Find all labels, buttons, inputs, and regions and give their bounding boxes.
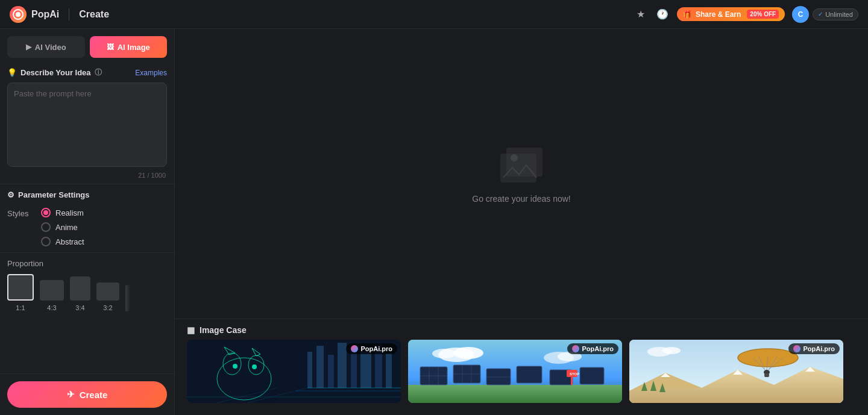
case-card-1[interactable]: PopAi.pro [187,340,401,403]
logo-icon [10,6,27,23]
popai-dot-2 [572,345,579,352]
svg-rect-11 [360,352,371,388]
popai-watermark-1: PopAi.pro [346,343,397,354]
empty-message: Go create your ideas now! [472,194,570,204]
reward-badge[interactable]: 🎁 Share & Earn 20% OFF [677,7,785,21]
svg-text:STOP: STOP [570,372,579,376]
create-button[interactable]: ✈ Create [7,381,167,408]
reward-label: Share & Earn [696,10,741,19]
proportion-label: Proportion [7,259,167,268]
idea-icon: 💡 [7,68,17,77]
watermark-text-1: PopAi.pro [360,345,392,352]
logo-divider [69,8,69,20]
logo-area: PopAi Create [10,6,109,23]
param-title: Parameter Settings [18,190,90,199]
svg-rect-41 [486,369,511,385]
unlimited-badge: ✓ Unlimited [813,8,858,20]
create-icon: ✈ [67,389,75,400]
canvas-area: Go create your ideas now! [175,29,868,319]
radio-anime [41,222,51,232]
avatar: C [792,6,809,23]
param-settings-header: ⚙ Parameter Settings [0,184,174,204]
proportion-section: Proportion 1:1 4:3 3:4 3:2 [0,253,174,317]
svg-point-21 [233,364,237,369]
describe-section: 💡 Describe Your Idea ⓘ Examples 21 / 100… [0,63,174,184]
prompt-textarea[interactable] [7,83,167,167]
gift-icon: 🎁 [683,10,692,19]
tab-video-label: AI Video [35,43,66,52]
proportion-more-indicator [125,285,130,311]
svg-point-1 [16,12,20,17]
proportion-3-2[interactable]: 3:2 [96,282,119,311]
tab-ai-image[interactable]: 🖼 AI Image [90,36,168,58]
svg-point-28 [453,347,483,359]
style-anime-label: Anime [55,223,78,232]
svg-rect-45 [580,367,604,384]
proportion-label-3-2: 3:2 [103,304,112,311]
svg-rect-9 [338,343,347,388]
proportion-box-3-2 [96,282,119,301]
proportion-box-3-4 [70,276,90,301]
watermark-text-2: PopAi.pro [582,345,614,352]
style-option-abstract[interactable]: Abstract [41,237,84,246]
proportion-label-1-1: 1:1 [16,304,25,311]
check-icon: ✓ [818,11,823,17]
svg-rect-10 [351,349,357,388]
param-icon: ⚙ [7,190,14,199]
case-card-3[interactable]: PopAi.pro [629,340,843,403]
main-layout: ▶ AI Video 🖼 AI Image 💡 Describe Your Id… [0,29,868,415]
empty-image-icon [497,145,546,187]
watermark-text-3: PopAi.pro [803,345,835,352]
style-option-anime[interactable]: Anime [41,222,84,232]
history-icon[interactable]: 🕐 [655,7,670,22]
star-icon[interactable]: ★ [634,7,648,22]
popai-dot-1 [351,345,358,352]
logo-text: PopAi [31,9,59,20]
svg-rect-7 [316,346,324,388]
create-label: Create [80,390,108,400]
top-header: PopAi Create ★ 🕐 🎁 Share & Earn 20% OFF … [0,0,868,29]
styles-options: Realism Anime Abstract [41,208,84,246]
styles-section: Styles Realism Anime Abstract [0,204,174,253]
logo-create: Create [79,9,109,20]
main-content: Go create your ideas now! ▦ Image Case [175,29,868,415]
styles-row: Styles Realism Anime Abstract [7,208,167,246]
proportion-4-3[interactable]: 4:3 [40,280,64,311]
svg-point-29 [432,349,456,358]
image-case-header: ▦ Image Case [175,319,868,340]
examples-link[interactable]: Examples [135,69,167,77]
svg-rect-8 [328,355,334,388]
proportion-3-4[interactable]: 3:4 [70,276,90,311]
svg-rect-6 [307,352,312,388]
image-case-section: ▦ Image Case [175,319,868,415]
char-count: 21 / 1000 [7,172,167,179]
tab-bar: ▶ AI Video 🖼 AI Image [0,29,174,63]
proportion-box-1-1 [7,274,34,301]
tab-ai-video[interactable]: ▶ AI Video [7,36,85,58]
case-icon: ▦ [187,325,195,335]
case-card-2[interactable]: STOP PopAi.pro [408,340,622,403]
proportion-options: 1:1 4:3 3:4 3:2 [7,274,167,311]
svg-rect-66 [764,373,769,377]
create-btn-area: ✈ Create [0,373,174,415]
svg-rect-13 [386,353,392,388]
image-case-grid: PopAi.pro [175,340,868,406]
describe-title: 💡 Describe Your Idea ⓘ [7,67,102,78]
describe-title-text: Describe Your Idea [20,68,91,77]
unlimited-label: Unlimited [825,11,853,18]
proportion-label-4-3: 4:3 [47,304,56,311]
proportion-1-1[interactable]: 1:1 [7,274,34,311]
avatar-area[interactable]: C ✓ Unlimited [792,6,858,23]
proportion-label-3-4: 3:4 [75,304,84,311]
header-actions: ★ 🕐 🎁 Share & Earn 20% OFF C ✓ Unlimited [634,6,858,23]
svg-point-68 [662,347,681,354]
sidebar: ▶ AI Video 🖼 AI Image 💡 Describe Your Id… [0,29,175,415]
svg-rect-3 [506,148,542,176]
svg-rect-32 [408,385,622,403]
info-icon: ⓘ [95,67,102,78]
style-option-realism[interactable]: Realism [41,208,84,217]
discount-badge: 20% OFF [747,10,779,19]
popai-dot-3 [793,345,800,352]
svg-rect-43 [517,366,542,383]
describe-header: 💡 Describe Your Idea ⓘ Examples [7,67,167,78]
